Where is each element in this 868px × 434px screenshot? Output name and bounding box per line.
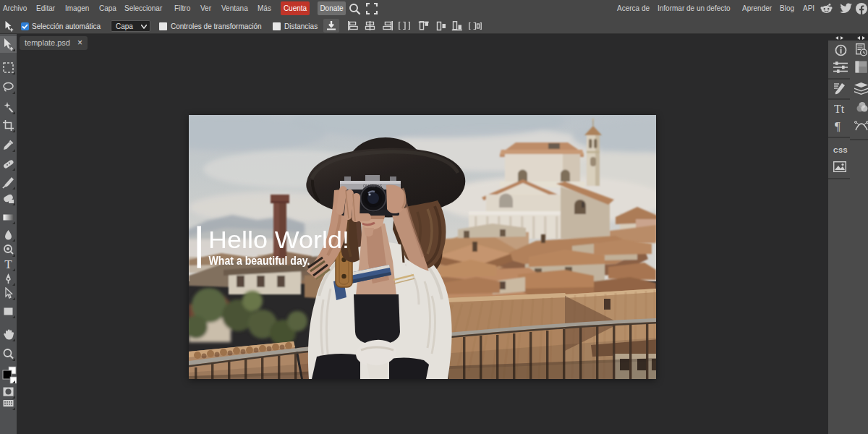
svg-text:¶: ¶ xyxy=(835,119,841,132)
svg-text:Tt: Tt xyxy=(834,103,845,115)
svg-text:Hello World!: Hello World! xyxy=(208,226,349,253)
svg-text:What a beautiful day.: What a beautiful day. xyxy=(209,254,310,267)
svg-text:T: T xyxy=(4,258,12,271)
